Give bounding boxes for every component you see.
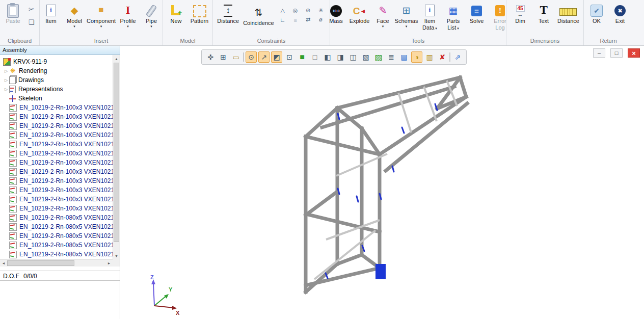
select-edge-filter-icon[interactable]: ↗ <box>258 51 270 63</box>
face-button[interactable]: ✎ Face ▾ <box>372 2 394 29</box>
angle-constraint-icon[interactable]: △ <box>277 6 289 15</box>
text-button[interactable]: T Text <box>532 2 555 25</box>
scroll-left-icon[interactable]: ◄ <box>0 260 7 267</box>
scroll-right-icon[interactable]: ► <box>105 260 113 267</box>
dim-button[interactable]: 45↔ Dim <box>509 2 531 25</box>
explode-button[interactable]: C◄ Explode <box>348 2 371 25</box>
scroll-up-icon[interactable]: ▲ <box>113 55 120 62</box>
vertical-scroll-thumb[interactable] <box>114 63 119 242</box>
expander-icon[interactable]: ▷ <box>3 87 9 92</box>
tree-vertical-scrollbar[interactable]: ▲ ▼ <box>113 55 120 259</box>
pin-icon[interactable]: ✜ <box>205 51 216 63</box>
distance-dimension-button[interactable]: Distance <box>556 2 581 25</box>
ribbon: Paste ✂ ❏ Clipboard i Item ◆ Model ▾ <box>0 0 644 46</box>
part-icon <box>9 251 17 258</box>
part-icon <box>9 177 17 185</box>
paste-button[interactable]: Paste <box>2 2 24 25</box>
viewport-3d[interactable]: ✜⊞▭⊙↗◩⊡■□◧◨◫▧▨≣▤◑▥✘⇗ – □ × Z Y X <box>121 46 644 319</box>
select-face-filter-icon[interactable]: ◩ <box>271 51 282 63</box>
view-box-5-icon[interactable]: ▧ <box>360 51 371 63</box>
tree-item-part[interactable]: EN_10219-2-Rn-100x3 VXEN1021 <box>0 130 113 140</box>
close-button[interactable]: × <box>628 48 640 58</box>
tree-item-part[interactable]: EN_10219-2-Rn-100x3 VXEN1021 <box>0 103 113 112</box>
new-button[interactable]: + New <box>165 2 187 25</box>
tree-item-part[interactable]: EN_10219-2-Rn-100x3 VXEN1021 <box>0 140 113 149</box>
x-axis-label: X <box>176 310 180 316</box>
tree-item-representations[interactable]: ▷ Representations <box>0 85 113 94</box>
parallel-constraint-icon[interactable]: ≡ <box>289 15 302 24</box>
schemas-button[interactable]: ⊞ Schemas ▾ <box>395 2 418 29</box>
tree-item-part[interactable]: EN_10219-2-Rn-080x5 VXEN1021 <box>0 250 113 259</box>
tree-item-part[interactable]: EN_10219-2-Rn-100x3 VXEN1021 <box>0 204 113 213</box>
tree-item-root[interactable]: KRVX-911-9 <box>0 57 113 66</box>
copy-button[interactable]: ❏ <box>26 17 37 27</box>
tree-item-skeleton[interactable]: Skeleton <box>0 94 113 103</box>
tree-item-part[interactable]: EN_10219-2-Rn-080x5 VXEN1021 <box>0 231 113 241</box>
view-box-1-icon[interactable]: □ <box>309 51 320 63</box>
print-icon[interactable]: ▥ <box>424 51 435 63</box>
view-box-6-icon[interactable]: ▨ <box>373 51 384 63</box>
tree-item-part[interactable]: EN_10219-2-Rn-100x3 VXEN1021 <box>0 185 113 195</box>
list-icon[interactable]: ≣ <box>386 51 397 63</box>
horizontal-scroll-thumb[interactable] <box>7 260 74 266</box>
tree-item-part[interactable]: EN_10219-2-Rn-080x5 VXEN1021 <box>0 222 113 231</box>
view-box-3-icon[interactable]: ◨ <box>335 51 346 63</box>
tree-horizontal-scrollbar[interactable]: ◄ ► <box>0 259 113 267</box>
tangent-constraint-icon[interactable]: ⊘ <box>302 6 314 15</box>
delete-icon[interactable]: ✘ <box>437 51 448 63</box>
scrollbar-corner <box>113 259 120 267</box>
item-data-button[interactable]: i Item Data▾ <box>419 2 441 33</box>
view-box-4-icon[interactable]: ◫ <box>347 51 359 63</box>
model-canvas[interactable] <box>121 46 644 319</box>
coincidence-constraint-button[interactable]: ⇅ Coincidence <box>242 2 276 28</box>
perpendicular-constraint-icon[interactable]: ∟ <box>277 15 289 24</box>
ok-button[interactable]: ✔ OK <box>585 2 608 25</box>
tree-item-rendering[interactable]: ▷ ❋ Rendering <box>0 66 113 75</box>
measure-icon[interactable]: ▭ <box>230 51 242 63</box>
tree-item-part[interactable]: EN_10219-2-Rn-100x3 VXEN1021 <box>0 176 113 185</box>
part-icon <box>9 223 17 231</box>
tree-item-part[interactable]: EN_10219-2-Rn-100x3 VXEN1021 <box>0 158 113 167</box>
pattern-button[interactable]: Pattern <box>189 2 211 25</box>
exit-button[interactable]: ✖ Exit <box>609 2 631 25</box>
select-body-filter-icon[interactable]: ⊡ <box>284 51 295 63</box>
symmetry-constraint-icon[interactable]: ⇄ <box>302 15 314 24</box>
fit-view-icon[interactable]: ⊞ <box>218 51 229 63</box>
parts-list-icon: ▦ <box>449 3 458 18</box>
expander-icon[interactable]: ▷ <box>3 78 9 83</box>
render-mode-icon[interactable]: ◑ <box>411 51 422 63</box>
minimize-button[interactable]: – <box>593 48 605 58</box>
restore-button[interactable]: □ <box>610 48 623 58</box>
part-icon <box>9 232 17 240</box>
item-button[interactable]: i Item <box>40 2 62 25</box>
scroll-down-icon[interactable]: ▼ <box>113 252 120 259</box>
expander-icon[interactable]: ▷ <box>3 69 9 73</box>
tree-item-part[interactable]: EN_10219-2-Rn-100x3 VXEN1021 <box>0 195 113 204</box>
component-button[interactable]: ■ Component ▾ <box>87 2 116 29</box>
view-box-2-icon[interactable]: ◧ <box>322 51 333 63</box>
mass-button[interactable]: 10.0 Mass <box>325 2 347 25</box>
group-label-clipboard: Clipboard <box>0 37 39 45</box>
solve-button[interactable]: = Solve <box>466 2 488 25</box>
tree-item-part[interactable]: EN_10219-2-Rn-100x3 VXEN1021 <box>0 112 113 121</box>
tree-item-part[interactable]: EN_10219-2-Rn-100x3 VXEN1021 <box>0 149 113 158</box>
pipe-button[interactable]: Pipe ▾ <box>140 2 163 29</box>
part-icon <box>9 104 17 112</box>
tree-item-drawings[interactable]: ▷ Drawings <box>0 75 113 85</box>
distance-constraint-button[interactable]: ↕ Distance <box>216 2 240 25</box>
dim-icon: 45↔ <box>516 5 525 17</box>
part-icon <box>9 168 17 176</box>
tree-item-part[interactable]: EN_10219-2-Rn-080x5 VXEN1021 <box>0 213 113 222</box>
tree-item-part[interactable]: EN_10219-2-Rn-100x3 VXEN1021 <box>0 121 113 130</box>
model-button[interactable]: ◆ Model ▾ <box>63 2 86 29</box>
tree-item-part[interactable]: EN_10219-2-Rn-080x5 VXEN1021 <box>0 241 113 250</box>
select-point-filter-icon[interactable]: ⊙ <box>246 51 257 63</box>
concentric-constraint-icon[interactable]: ◎ <box>289 6 302 15</box>
layers-icon[interactable]: ▤ <box>398 51 410 63</box>
tree-item-part[interactable]: EN_10219-2-Rn-100x3 VXEN1021 <box>0 167 113 176</box>
cut-button[interactable]: ✂ <box>26 4 37 14</box>
parts-list-button[interactable]: ▦ Parts List▾ <box>442 2 465 33</box>
shaded-view-icon[interactable]: ■ <box>297 51 308 63</box>
export-icon[interactable]: ⇗ <box>452 51 463 63</box>
profile-button[interactable]: I Profile ▾ <box>117 2 139 29</box>
